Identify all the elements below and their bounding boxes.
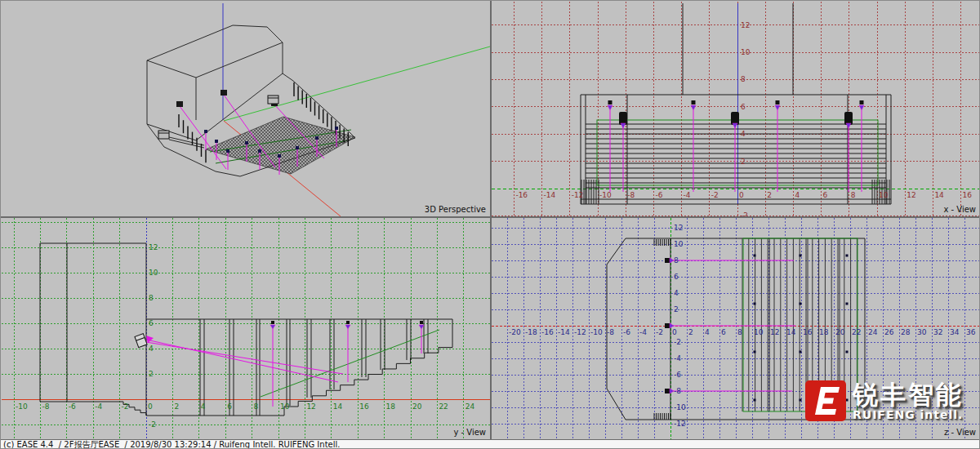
svg-text:8: 8	[149, 294, 154, 302]
svg-text:6: 6	[149, 319, 154, 327]
svg-text:-10: -10	[590, 328, 603, 336]
svg-text:32: 32	[933, 328, 942, 336]
svg-text:16: 16	[359, 402, 369, 411]
3d-perspective-drawing	[2, 2, 490, 216]
3d-axes	[223, 3, 490, 216]
svg-text:-10: -10	[16, 402, 28, 411]
svg-text:-8: -8	[42, 402, 49, 411]
svg-text:6: 6	[227, 402, 232, 411]
svg-text:16: 16	[803, 328, 813, 336]
svg-text:-16: -16	[515, 191, 528, 199]
svg-text:18: 18	[386, 402, 396, 411]
svg-text:-20: -20	[509, 328, 521, 336]
ruifeng-logo-icon	[804, 380, 847, 422]
svg-text:-2: -2	[149, 420, 156, 429]
svg-text:12: 12	[906, 191, 915, 199]
ease-application-window: 3D Perspective -16-14-12-10-8-6-4-202468…	[0, 0, 980, 449]
svg-text:14: 14	[934, 191, 944, 199]
svg-text:12: 12	[770, 328, 779, 336]
svg-text:0: 0	[739, 191, 744, 199]
svg-text:2: 2	[688, 328, 693, 336]
viewport-3d-perspective[interactable]: 3D Perspective	[2, 2, 490, 216]
svg-text:4: 4	[795, 191, 800, 199]
svg-text:10: 10	[754, 328, 764, 336]
svg-text:36: 36	[966, 328, 976, 336]
x-view-structure	[581, 3, 891, 204]
svg-text:12: 12	[149, 243, 158, 251]
svg-text:22: 22	[852, 328, 861, 336]
viewport-x-view[interactable]: -16-14-12-10-8-6-4-202468101214161210864…	[492, 2, 980, 216]
viewport-y-view[interactable]: -10-8-6-4-202468101214161820222412108642…	[2, 218, 490, 439]
svg-text:-8: -8	[674, 387, 681, 395]
svg-text:-2: -2	[674, 338, 681, 346]
svg-text:4: 4	[149, 345, 154, 353]
svg-text:0: 0	[148, 402, 153, 411]
svg-text:-14: -14	[544, 191, 556, 199]
svg-text:-8: -8	[627, 191, 635, 199]
svg-text:30: 30	[917, 328, 927, 336]
svg-text:8: 8	[851, 191, 856, 199]
view-label-y: y - View	[453, 428, 486, 437]
ruifeng-logo-text: 锐丰智能 RUIFENG intell.	[853, 382, 964, 420]
viewport-divider-horizontal[interactable]	[1, 216, 980, 218]
svg-text:4: 4	[201, 402, 206, 411]
svg-text:-6: -6	[655, 191, 662, 199]
svg-text:-4: -4	[639, 328, 647, 336]
svg-text:10: 10	[879, 191, 889, 199]
svg-text:8: 8	[737, 328, 742, 336]
view-label-3d: 3D Perspective	[425, 205, 486, 214]
svg-text:22: 22	[439, 402, 448, 411]
svg-text:-4: -4	[684, 191, 691, 199]
svg-text:2: 2	[149, 370, 154, 378]
svg-text:12: 12	[306, 402, 315, 411]
svg-text:-8: -8	[607, 328, 614, 336]
svg-text:6: 6	[823, 191, 828, 199]
svg-text:0: 0	[672, 328, 677, 336]
svg-text:2: 2	[767, 191, 772, 199]
svg-text:24: 24	[466, 402, 475, 411]
svg-text:-16: -16	[541, 328, 554, 336]
svg-text:-18: -18	[525, 328, 537, 336]
ruifeng-logo: 锐丰智能 RUIFENG intell.	[804, 380, 964, 422]
x-view-grid	[492, 2, 980, 216]
viewport-divider-vertical[interactable]	[490, 1, 492, 439]
y-view-axis-labels: -10-8-6-4-202468101214161820222412108642…	[16, 243, 475, 429]
status-bar-text: (c) EASE 4.4 / 2F报告厅EASE / 2019/8/30 13:…	[1, 440, 980, 449]
svg-text:-14: -14	[558, 328, 570, 336]
svg-text:4: 4	[705, 328, 710, 336]
svg-text:6: 6	[741, 103, 746, 111]
svg-text:10: 10	[149, 269, 158, 277]
svg-text:8: 8	[254, 402, 259, 411]
svg-text:24: 24	[868, 328, 878, 336]
svg-text:20: 20	[412, 402, 422, 411]
status-bar: (c) EASE 4.4 / 2F报告厅EASE / 2019/8/30 13:…	[1, 439, 980, 449]
svg-text:20: 20	[835, 328, 845, 336]
y-view-structure	[40, 243, 452, 416]
svg-text:4: 4	[741, 130, 746, 138]
svg-text:2: 2	[174, 402, 179, 411]
svg-text:-2: -2	[711, 191, 719, 199]
svg-text:14: 14	[786, 328, 796, 336]
svg-text:-10: -10	[599, 191, 612, 199]
svg-text:-10: -10	[674, 403, 686, 411]
svg-text:6: 6	[674, 273, 679, 281]
svg-text:14: 14	[333, 402, 343, 411]
svg-text:-12: -12	[674, 420, 686, 428]
view-label-z: z - View	[944, 428, 976, 437]
svg-text:10: 10	[741, 48, 751, 56]
svg-text:4: 4	[674, 289, 679, 297]
svg-text:16: 16	[963, 191, 973, 199]
svg-text:8: 8	[674, 256, 679, 265]
svg-text:-6: -6	[674, 371, 681, 379]
svg-text:-6: -6	[69, 402, 76, 411]
svg-text:34: 34	[950, 328, 960, 336]
svg-text:-6: -6	[623, 328, 630, 336]
svg-text:-2: -2	[122, 402, 129, 411]
svg-text:18: 18	[819, 328, 829, 336]
view-label-x: x - View	[943, 205, 976, 214]
svg-text:-2: -2	[656, 328, 663, 336]
svg-text:26: 26	[884, 328, 894, 336]
z-view-speakers	[665, 258, 795, 393]
logo-chinese-name: 锐丰智能	[853, 382, 964, 407]
svg-text:12: 12	[674, 224, 683, 232]
